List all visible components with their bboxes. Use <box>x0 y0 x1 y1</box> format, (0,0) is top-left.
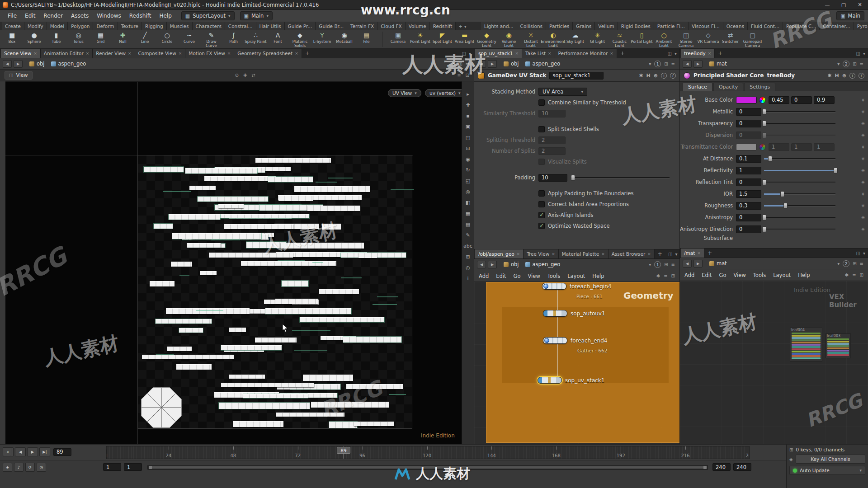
shelf-tool-vr-camera[interactable]: ◇VR Camera <box>697 30 719 48</box>
nav-back-button[interactable]: ◀ <box>3 60 12 68</box>
tab-render-view[interactable]: Render View× <box>93 49 135 58</box>
nav-forward-button[interactable]: ▶ <box>693 60 703 68</box>
shelf-tool-spray-paint[interactable]: ∴Spray Paint <box>245 30 267 48</box>
shelf-tab-polygon[interactable]: Polygon <box>68 22 93 30</box>
range-end-handle[interactable] <box>703 466 707 469</box>
global-end-field[interactable]: 240 <box>733 463 751 471</box>
parm-menu-icon[interactable]: ✳ <box>860 192 866 197</box>
info-icon[interactable]: i <box>849 73 855 79</box>
playhead-frame-badge[interactable]: 89 <box>337 447 350 454</box>
shelf-tab-vellum[interactable]: Vellum <box>595 22 618 30</box>
menu-help[interactable]: Help <box>155 13 175 19</box>
netmenu-view[interactable]: View <box>528 273 540 279</box>
tab-close-icon[interactable]: × <box>548 51 552 56</box>
parm-field-reflectivity[interactable]: 1 <box>736 167 761 174</box>
shelf-tab-collisions[interactable]: Collisions <box>517 22 546 30</box>
color-component-field[interactable]: 1 <box>791 143 812 151</box>
tab-close-icon[interactable]: × <box>86 51 90 56</box>
tab-scene-view[interactable]: Scene View× <box>1 49 41 58</box>
shelf-tool-platonic-solids[interactable]: ◆Platonic Solids <box>289 30 311 48</box>
new-pane-tab-button[interactable]: + <box>617 49 628 58</box>
shelf-tool-spot-light[interactable]: ◤Spot Light <box>431 30 453 48</box>
key-all-channels-button[interactable]: Key All Channels <box>796 455 865 464</box>
folder-tab-settings[interactable]: Settings <box>744 83 775 91</box>
parm-menu-icon[interactable]: ✳ <box>860 203 866 208</box>
shelf-tab-pyro-fx[interactable]: Pyro FX <box>854 22 868 30</box>
nav-back-button[interactable]: ◀ <box>477 261 486 268</box>
minimize-button[interactable]: — <box>819 0 835 10</box>
parm-menu-icon[interactable]: ✳ <box>860 180 866 185</box>
pathbar-pin-icon[interactable]: ⊞ <box>664 61 668 66</box>
shelf-tab-lights-and[interactable]: Lights and... <box>481 22 517 30</box>
tab-close-icon[interactable]: × <box>697 251 701 255</box>
color-component-field[interactable]: 1 <box>769 143 789 151</box>
scale-icon[interactable]: ◱ <box>466 178 470 184</box>
tab-close-icon[interactable]: × <box>552 252 555 256</box>
tab-close-icon[interactable]: × <box>33 51 37 56</box>
shelf-tool-volume-light[interactable]: ◉Volume Light <box>498 30 520 48</box>
parm-menu-icon[interactable]: ✳ <box>860 109 866 114</box>
netmenu-help[interactable]: Help <box>592 273 604 279</box>
shelf-tool-caustic-light[interactable]: ≈Caustic Light <box>609 30 631 48</box>
chevron-down-icon[interactable]: ▾ <box>464 24 467 29</box>
wrench-icon[interactable]: ✱ <box>656 273 660 278</box>
chevron-down-icon[interactable]: ▾ <box>649 262 651 267</box>
tab-geometry-spreadsheet[interactable]: Geometry Spreadsheet× <box>234 49 302 58</box>
shader-name[interactable]: treeBody <box>767 72 795 79</box>
parm-field-transparency[interactable]: 0 <box>736 120 761 127</box>
shelf-tool-point-light[interactable]: ☀Point Light <box>409 30 431 48</box>
parm-field-reflection-tint[interactable]: 0 <box>736 178 761 186</box>
rotate-view-icon[interactable]: ↻ <box>466 167 470 173</box>
layout-selector[interactable]: ▦ SuperLayout ▾ <box>181 11 235 20</box>
playback-end-field[interactable]: 240 <box>712 463 731 471</box>
shelf-tab-volume[interactable]: Volume <box>406 22 430 30</box>
shelf-tool-portal-light[interactable]: ▯Portal Light <box>631 30 653 48</box>
color-wheel-icon[interactable] <box>759 144 766 150</box>
gear-icon[interactable]: ✱ <box>827 73 831 79</box>
chevron-down-icon[interactable]: ▾ <box>863 51 865 56</box>
pin-icon[interactable]: ▪ <box>466 113 469 119</box>
shelf-tool-file[interactable]: ▤File <box>355 30 377 48</box>
parm-menu-icon[interactable]: ✳ <box>860 98 866 103</box>
tab-mat[interactable]: /mat× <box>681 249 704 258</box>
grid-icon[interactable]: ⊞ <box>466 254 470 260</box>
tab-obj-aspen-geo[interactable]: /obj/aspen_geo× <box>475 249 524 258</box>
pathbar-list-icon[interactable]: ≡ <box>860 61 863 66</box>
shelf-tool-switcher[interactable]: ⇄Switcher <box>719 30 741 48</box>
netmenu-add[interactable]: Add <box>684 272 694 278</box>
list-icon[interactable]: ≡ <box>852 272 856 277</box>
realtime-icon[interactable]: ◷ <box>37 463 46 472</box>
color-swatch-transmittance-color[interactable] <box>736 144 757 150</box>
shelf-tool-tube[interactable]: ▮Tube <box>45 30 67 48</box>
shelf-tool-path[interactable]: ∫Path <box>222 30 245 48</box>
path-segment-mat[interactable]: mat <box>706 260 730 267</box>
nav-forward-button[interactable]: ▶ <box>488 261 497 268</box>
parm-field-anisotropy-direction[interactable]: 0 <box>736 225 761 233</box>
field-splitting-threshold[interactable]: 2 <box>538 136 566 144</box>
parm-field-anisotropy[interactable]: 0 <box>736 214 761 221</box>
chevron-down-icon[interactable]: ▾ <box>469 51 471 56</box>
pane-split-icon[interactable]: ◫ <box>856 51 860 56</box>
uv-viewport[interactable]: UV View ▾ uv (vertex) ▾ Indie Edition <box>5 81 462 444</box>
shelf-tab-particle-fl[interactable]: Particle Fl... <box>654 22 689 30</box>
handles-icon[interactable]: ✚ <box>243 73 247 78</box>
frame-range-bar[interactable] <box>149 466 707 469</box>
global-start-field[interactable]: 1 <box>103 463 121 471</box>
node-name-field[interactable]: sop_uv_stack1 <box>549 72 604 80</box>
tab-close-icon[interactable]: × <box>128 51 132 56</box>
wireframe-icon[interactable]: ▦ <box>466 211 470 216</box>
shelf-tab-constrai[interactable]: Constrai... <box>225 22 256 30</box>
netmenu-layout[interactable]: Layout <box>567 273 585 279</box>
color-component-field[interactable]: 0.45 <box>769 96 789 104</box>
network-node-sop-uv-stack1[interactable]: sop_uv_stack1 <box>538 377 604 384</box>
path-segment-obj[interactable]: obj <box>500 61 522 67</box>
tab-performance-monitor[interactable]: Performance Monitor× <box>555 49 617 58</box>
wrench-icon[interactable]: ✱ <box>845 272 849 277</box>
network-node-foreach-end4[interactable]: foreach_end4 <box>543 337 607 344</box>
pathbar-list-icon[interactable]: ≡ <box>860 261 863 266</box>
pane-split-icon[interactable]: ◫ <box>668 252 672 257</box>
pane-split-icon[interactable]: ◫ <box>668 51 672 56</box>
parm-menu-icon[interactable]: ✳ <box>860 156 866 161</box>
shelf-tool-circle[interactable]: ○Circle <box>156 30 178 48</box>
parm-slider-roughness[interactable] <box>764 202 835 209</box>
